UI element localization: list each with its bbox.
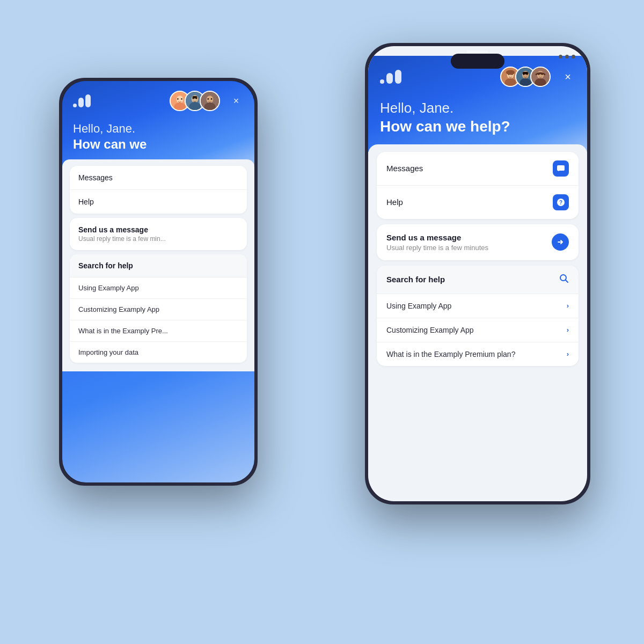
back-search-header: Search for help — [70, 254, 247, 277]
back-search-label: Search for help — [78, 261, 133, 270]
status-dots — [559, 55, 575, 58]
front-messages-row[interactable]: Messages — [377, 152, 579, 186]
front-avatars — [500, 67, 551, 87]
back-greeting-bold: How can we — [73, 137, 244, 152]
front-nav-card: Messages Help ? — [377, 152, 579, 219]
back-help-item-1[interactable]: Using Examply App — [70, 277, 247, 299]
front-close-button[interactable]: × — [560, 69, 575, 84]
front-help-item-1[interactable]: Using Examply App › — [377, 294, 579, 318]
back-phone: × Hello, Jane. How can we Messages Help … — [59, 78, 258, 486]
svg-point-3 — [177, 98, 179, 100]
front-screen-body: Messages Help ? — [368, 144, 587, 377]
front-help-label: Help — [386, 197, 403, 207]
front-greeting-light: Hello, Jane. — [380, 100, 575, 116]
svg-rect-27 — [523, 72, 529, 74]
phone-notch — [451, 54, 504, 69]
back-help-item-4[interactable]: Importing your data — [70, 342, 247, 363]
help-icon: ? — [553, 194, 569, 210]
svg-point-4 — [181, 98, 182, 100]
avatar-3 — [200, 91, 220, 111]
front-help-row[interactable]: Help ? — [377, 186, 579, 219]
back-screen-body: Messages Help Send us a message Usual re… — [62, 159, 254, 371]
front-topbar: × — [380, 67, 575, 87]
back-phone-screen: × Hello, Jane. How can we Messages Help … — [62, 81, 254, 482]
messages-icon — [553, 160, 569, 177]
front-greeting-bold: How can we help? — [380, 118, 575, 136]
svg-point-14 — [208, 98, 209, 100]
back-help-item-2[interactable]: Customizing Examply App — [70, 299, 247, 320]
back-help-row[interactable]: Help — [70, 190, 247, 214]
back-search-card: Search for help Using Examply App Custom… — [70, 254, 247, 363]
front-send-title: Send us a message — [386, 233, 488, 242]
back-avatars — [170, 91, 220, 111]
svg-rect-10 — [193, 96, 197, 98]
svg-point-15 — [211, 98, 213, 100]
front-screen-header: × Hello, Jane. How can we help? — [368, 56, 587, 152]
front-send-message-card[interactable]: Send us a message Usual reply time is a … — [377, 224, 579, 260]
chevron-right-icon-1: › — [567, 302, 569, 310]
back-send-subtitle: Usual reply time is a few min... — [78, 235, 238, 243]
front-logo — [380, 70, 401, 84]
chevron-right-icon-2: › — [567, 326, 569, 334]
back-close-button[interactable]: × — [229, 93, 244, 108]
front-search-help-card: Search for help Using Examply App › Cust… — [377, 266, 579, 366]
front-help-item-2[interactable]: Customizing Examply App › — [377, 318, 579, 342]
chevron-right-icon-3: › — [567, 350, 569, 358]
pull-handle — [467, 50, 488, 53]
back-greeting-light: Hello, Jane. — [73, 122, 244, 136]
back-nav-card: Messages Help — [70, 166, 247, 214]
back-topbar: × — [73, 91, 244, 111]
front-send-subtitle: Usual reply time is a few minutes — [386, 244, 488, 252]
front-search-label: Search for help — [386, 275, 445, 284]
front-messages-label: Messages — [386, 164, 423, 173]
svg-point-7 — [189, 102, 200, 111]
front-search-header: Search for help — [377, 266, 579, 294]
svg-rect-33 — [557, 165, 565, 171]
front-topbar-right: × — [500, 67, 575, 87]
back-help-item-3[interactable]: What is in the Examply Pre... — [70, 320, 247, 342]
search-icon[interactable] — [559, 274, 569, 286]
front-phone-screen: × Hello, Jane. How can we help? Messages — [368, 46, 587, 501]
svg-text:?: ? — [559, 200, 562, 206]
back-messages-row[interactable]: Messages — [70, 166, 247, 190]
send-arrow-icon — [552, 233, 569, 251]
front-help-item-3[interactable]: What is in the Examply Premium plan? › — [377, 342, 579, 366]
front-avatar-3 — [530, 67, 551, 87]
back-send-title: Send us a message — [78, 225, 238, 234]
back-topbar-right: × — [170, 91, 244, 111]
front-send-text-block: Send us a message Usual reply time is a … — [386, 233, 488, 252]
svg-point-21 — [506, 70, 515, 75]
back-send-message-card[interactable]: Send us a message Usual reply time is a … — [70, 218, 247, 250]
back-logo — [73, 94, 91, 107]
front-phone: × Hello, Jane. How can we help? Messages — [365, 43, 590, 504]
back-screen-header: × Hello, Jane. How can we — [62, 81, 254, 166]
